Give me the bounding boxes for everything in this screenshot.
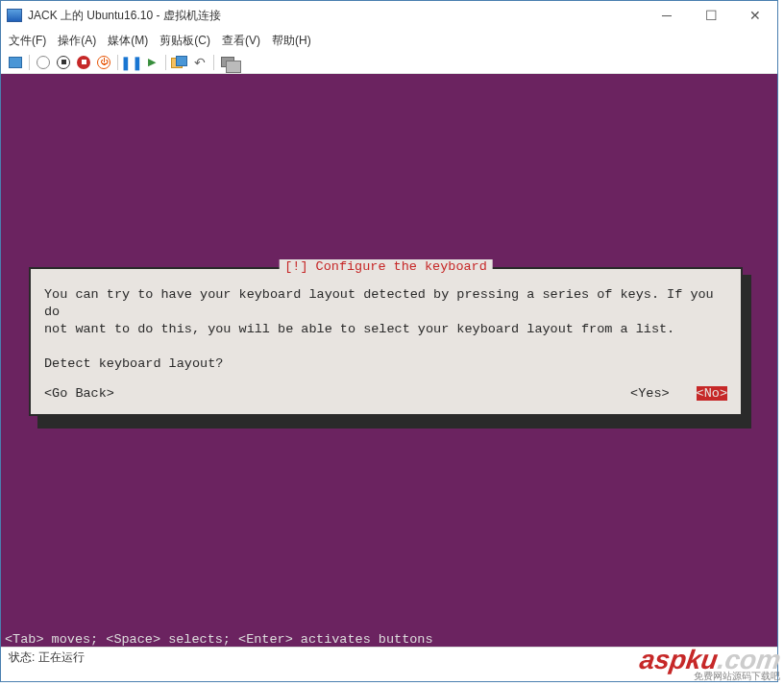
- save-button[interactable]: ⏻: [95, 54, 112, 71]
- vm-display[interactable]: [!] Configure the keyboard You can try t…: [1, 74, 777, 647]
- go-back-button[interactable]: <Go Back>: [44, 386, 114, 401]
- pause-button[interactable]: ❚❚: [123, 54, 140, 71]
- app-icon: [7, 9, 22, 22]
- reset-button[interactable]: ▶: [143, 54, 160, 71]
- separator: [29, 55, 30, 70]
- statusbar: 状态: 正在运行: [1, 647, 777, 668]
- installer-screen: [!] Configure the keyboard You can try t…: [1, 74, 777, 647]
- dialog-prompt: Detect keyboard layout?: [44, 356, 223, 371]
- titlebar: JACK 上的 Ubuntu16.10 - 虚拟机连接 ─ ☐ ✕: [1, 1, 777, 30]
- yes-button[interactable]: <Yes>: [630, 386, 670, 401]
- vm-window: JACK 上的 Ubuntu16.10 - 虚拟机连接 ─ ☐ ✕ 文件(F) …: [0, 0, 778, 682]
- menu-clipboard[interactable]: 剪贴板(C): [159, 33, 210, 49]
- dialog-body: You can try to have your keyboard layout…: [31, 269, 741, 373]
- menu-view[interactable]: 查看(V): [222, 33, 260, 49]
- close-button[interactable]: ✕: [733, 1, 777, 30]
- shutdown-button[interactable]: [75, 54, 92, 71]
- checkpoint-button[interactable]: [171, 54, 188, 71]
- separator: [117, 55, 118, 70]
- dialog-line1: You can try to have your keyboard layout…: [44, 287, 722, 319]
- menubar: 文件(F) 操作(A) 媒体(M) 剪贴板(C) 查看(V) 帮助(H): [1, 30, 777, 51]
- enhanced-session-button[interactable]: [219, 54, 236, 71]
- start-button[interactable]: [35, 54, 52, 71]
- status-text: 状态: 正在运行: [9, 649, 85, 666]
- dialog-title: [!] Configure the keyboard: [279, 259, 493, 274]
- maximize-button[interactable]: ☐: [689, 1, 733, 30]
- separator: [213, 55, 214, 70]
- window-controls: ─ ☐ ✕: [645, 1, 777, 30]
- dialog-line2: not want to do this, you will be able to…: [44, 322, 674, 336]
- ctrl-alt-del-button[interactable]: [7, 54, 24, 71]
- no-button[interactable]: <No>: [697, 386, 727, 401]
- menu-help[interactable]: 帮助(H): [272, 33, 311, 49]
- dialog-buttons: <Go Back> <Yes> <No>: [44, 386, 727, 401]
- menu-action[interactable]: 操作(A): [58, 33, 96, 49]
- minimize-button[interactable]: ─: [645, 1, 689, 30]
- revert-button[interactable]: ↶: [191, 54, 208, 71]
- menu-file[interactable]: 文件(F): [9, 33, 46, 49]
- turn-off-button[interactable]: [55, 54, 72, 71]
- hint-bar: <Tab> moves; <Space> selects; <Enter> ac…: [5, 632, 433, 647]
- keyboard-dialog: [!] Configure the keyboard You can try t…: [29, 267, 743, 416]
- menu-media[interactable]: 媒体(M): [108, 33, 148, 49]
- window-title: JACK 上的 Ubuntu16.10 - 虚拟机连接: [28, 8, 645, 24]
- separator: [165, 55, 166, 70]
- toolbar: ⏻ ❚❚ ▶ ↶: [1, 51, 777, 74]
